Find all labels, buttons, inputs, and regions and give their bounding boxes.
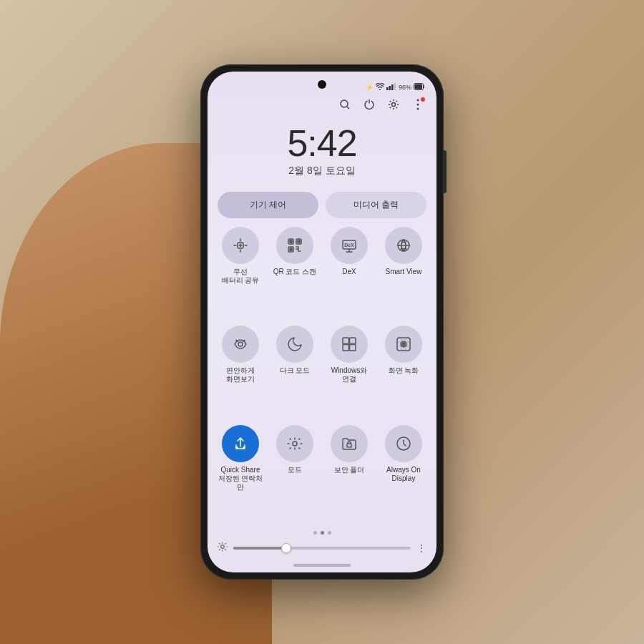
svg-point-10: [417, 104, 419, 106]
qs-dex[interactable]: DeX DeX: [323, 227, 375, 320]
qs-quick-share-label: Quick Share저장된 연락처만: [215, 466, 266, 492]
quick-settings-grid: 무선배터리 공유: [208, 227, 436, 527]
power-button[interactable]: [362, 97, 376, 112]
search-button[interactable]: [338, 97, 352, 112]
clock-area: 5:42 2월 8일 토요일: [208, 117, 436, 180]
clock-time: 5:42: [208, 125, 436, 162]
qs-smart-view-icon: [385, 227, 422, 264]
qs-screen-record-label: 화면 녹화: [389, 366, 419, 375]
svg-point-9: [417, 99, 419, 102]
qs-windows-label: Windows와연결: [331, 366, 368, 384]
action-bar: [208, 94, 436, 117]
svg-rect-18: [290, 248, 292, 250]
bluetooth-icon: ⚡: [366, 84, 374, 91]
qs-eye-comfort[interactable]: 편안하게화면보기: [215, 326, 266, 419]
qs-secure-folder-icon: [331, 425, 368, 462]
svg-rect-3: [394, 83, 396, 90]
qs-always-on-icon: [385, 425, 422, 462]
svg-point-35: [221, 545, 225, 549]
svg-line-7: [347, 107, 349, 109]
page-dot-2: [321, 531, 324, 535]
svg-point-30: [235, 447, 238, 449]
camera-cutout: [318, 80, 326, 89]
qs-dex-label: DeX: [342, 268, 356, 276]
svg-rect-26: [350, 345, 356, 351]
svg-rect-24: [350, 338, 356, 344]
qs-mode-label: 모드: [288, 466, 302, 474]
svg-point-29: [402, 343, 405, 346]
qs-dark-mode[interactable]: 다크 모드: [269, 326, 321, 419]
phone-container: ⚡: [200, 64, 444, 580]
phone-frame: ⚡: [200, 64, 444, 580]
qs-wireless-battery-label: 무선배터리 공유: [222, 268, 260, 285]
svg-rect-17: [298, 240, 300, 243]
settings-button[interactable]: [386, 97, 401, 112]
qs-eye-comfort-label: 편안하게화면보기: [226, 366, 255, 384]
qs-secure-folder-label: 보안 폴더: [334, 466, 365, 474]
home-bar: [293, 564, 351, 567]
qs-windows-connect[interactable]: Windows와연결: [323, 326, 375, 419]
qs-mode[interactable]: 모드: [269, 425, 321, 527]
qs-wireless-battery[interactable]: 무선배터리 공유: [215, 227, 266, 320]
brightness-slider[interactable]: [233, 547, 411, 550]
qs-smart-view-label: Smart View: [386, 268, 422, 276]
status-icons: ⚡: [366, 83, 425, 92]
signal-bars-icon: [386, 83, 396, 92]
qs-wireless-battery-icon: [222, 227, 259, 264]
qs-always-on-label: Always OnDisplay: [386, 466, 421, 483]
svg-rect-0: [386, 87, 389, 90]
svg-rect-1: [389, 86, 391, 90]
qs-qr-scan-icon: [276, 227, 313, 264]
pagination: [208, 527, 436, 537]
svg-point-11: [417, 108, 419, 110]
qs-dark-mode-label: 다크 모드: [280, 366, 311, 375]
more-options-icon[interactable]: ⋮: [416, 542, 426, 554]
svg-text:DeX: DeX: [344, 243, 354, 248]
qs-eye-comfort-icon: [222, 326, 259, 363]
tab-row: 기기 제어 미디어 출력: [218, 192, 426, 218]
page-dot-1: [313, 531, 317, 535]
svg-rect-2: [391, 84, 394, 90]
tab-device-control[interactable]: 기기 제어: [218, 192, 318, 218]
brightness-handle: [281, 543, 291, 553]
svg-point-31: [243, 447, 245, 449]
svg-point-22: [238, 342, 243, 346]
svg-rect-33: [347, 444, 351, 447]
brightness-icon: [218, 542, 228, 554]
svg-rect-25: [343, 345, 349, 351]
battery-icon: [414, 83, 425, 92]
qs-screen-record-icon: [385, 326, 422, 363]
qs-qr-label: QR 코드 스캔: [273, 268, 317, 276]
tab-media-output[interactable]: 미디어 출력: [326, 192, 426, 218]
wifi-icon: [376, 83, 384, 92]
qs-secure-folder[interactable]: 보안 폴더: [323, 425, 375, 527]
svg-rect-16: [290, 240, 292, 243]
svg-point-6: [341, 100, 348, 107]
qs-quick-share-icon: [222, 425, 259, 462]
qs-dex-icon: DeX: [331, 227, 368, 264]
qs-smart-view[interactable]: Smart View: [378, 227, 429, 320]
qs-always-on[interactable]: Always OnDisplay: [378, 425, 429, 527]
battery-text: 96%: [399, 84, 411, 91]
svg-rect-5: [415, 84, 423, 89]
qs-dark-mode-icon: [276, 326, 313, 363]
qs-mode-icon: [276, 425, 313, 462]
bottom-bar: ⋮: [208, 537, 436, 561]
more-menu-button[interactable]: [411, 97, 425, 112]
qs-qr-scan[interactable]: QR 코드 스캔: [269, 227, 321, 320]
qs-quick-share[interactable]: Quick Share저장된 연락처만: [215, 425, 266, 527]
qs-windows-connect-icon: [331, 326, 368, 363]
home-indicator: [208, 561, 436, 572]
page-dot-3: [328, 531, 331, 535]
svg-point-8: [392, 103, 396, 107]
phone-screen: ⚡: [208, 72, 436, 572]
svg-rect-23: [343, 338, 349, 344]
qs-screen-record[interactable]: 화면 녹화: [378, 326, 429, 419]
clock-date: 2월 8일 토요일: [208, 165, 436, 177]
brightness-fill: [233, 547, 286, 550]
